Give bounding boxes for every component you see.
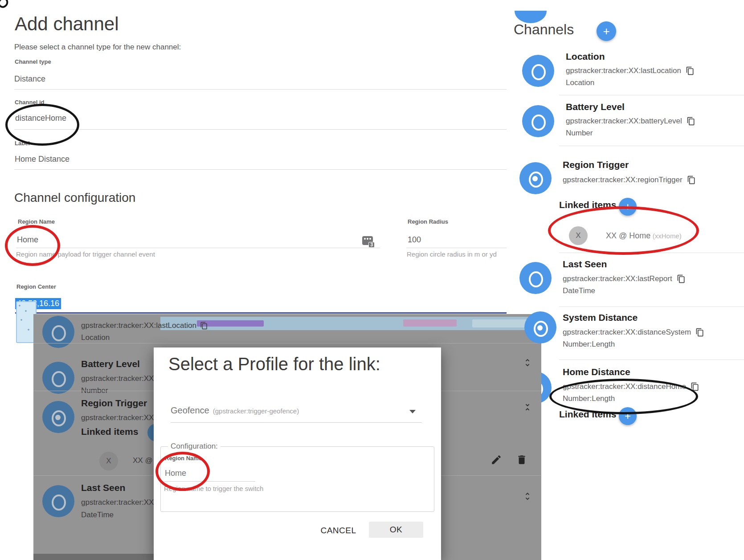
copy-icon[interactable]	[687, 117, 695, 126]
linked-item-avatar: X	[569, 226, 588, 245]
screen: Add channel Please select a channel type…	[0, 0, 744, 560]
keypad-icon[interactable]: 3	[362, 236, 373, 245]
map-label-blob	[403, 319, 457, 327]
channel-type: Location	[566, 78, 594, 87]
channel-id-underline	[14, 129, 507, 130]
delete-icon[interactable]	[516, 454, 527, 466]
dim-linked-items-label: Linked items	[81, 426, 138, 437]
dim-channel-title: Battery Level	[81, 359, 140, 369]
channel-icon	[42, 362, 74, 394]
dim-channel-title: Last Seen	[81, 482, 125, 493]
region-center-label: Region Center	[16, 283, 56, 290]
channel-uid: gpstracker:tracker:XX:lastReport	[563, 274, 686, 283]
add-link-button[interactable]: +	[619, 198, 637, 216]
region-radius-help: Region circle radius in m or yd	[407, 250, 497, 258]
channel-id-input[interactable]: distanceHome	[15, 114, 66, 123]
add-channel-button[interactable]: +	[597, 21, 616, 41]
copy-icon[interactable]	[200, 322, 208, 330]
modal-region-name-help: Region name to trigger the switch	[164, 485, 263, 492]
divider	[33, 343, 541, 343]
dropdown-caret-icon[interactable]	[409, 410, 416, 413]
linked-item[interactable]: XX @ Home (xxHome)	[606, 231, 682, 241]
divider	[559, 360, 744, 360]
channel-type: Number:Length	[563, 394, 615, 403]
region-name-label: Region Name	[18, 218, 55, 225]
region-name-underline	[16, 248, 380, 248]
dim-linked-item-avatar: X	[99, 452, 118, 470]
channel-type-value[interactable]: Distance	[14, 74, 45, 84]
channel-uid: gpstracker:tracker:XX:regionTrigger	[563, 176, 696, 184]
map-label-blob	[472, 319, 530, 327]
channel-uid: gpstracker:tracker:XX:distanceHome	[563, 382, 699, 391]
label-label: Label	[15, 140, 30, 147]
page-title: Add channel	[15, 13, 119, 35]
channel-title: Battery Level	[566, 102, 625, 112]
channels-heading: Channels	[514, 21, 574, 38]
channel-type-label: Channel type	[15, 58, 51, 65]
modal-region-name-input[interactable]: Home	[165, 469, 186, 478]
channel-icon	[524, 311, 556, 343]
config-section-title: Channel configuration	[14, 191, 135, 205]
copy-icon[interactable]	[686, 66, 695, 75]
region-name-input[interactable]: Home	[17, 235, 38, 245]
channel-title: System Distance	[563, 312, 638, 323]
dim-channel-type: DateTime	[81, 511, 114, 519]
modal-region-name-underline	[164, 481, 255, 482]
cancel-button[interactable]: CANCEL	[317, 523, 360, 539]
region-center-focus-underline	[15, 312, 507, 314]
modal-region-name-label: Region Name	[165, 455, 202, 462]
profile-select-underline	[171, 422, 422, 423]
channel-type: DateTime	[563, 286, 595, 295]
channel-type: Number	[566, 129, 593, 138]
keypad-badge: 3	[368, 242, 375, 248]
profile-dialog: Select a Profile for the link: Geofence …	[154, 347, 441, 560]
region-radius-label: Region Radius	[408, 218, 448, 225]
linked-item-suffix: (xxHome)	[653, 232, 682, 240]
region-radius-underline	[406, 248, 507, 248]
copy-icon[interactable]	[687, 176, 696, 184]
channel-title: Home Distance	[563, 367, 630, 377]
channel-icon	[522, 55, 554, 87]
channel-id-label: Channel id	[15, 99, 44, 106]
unfold-more-icon[interactable]	[523, 491, 532, 502]
channel-icon	[42, 485, 74, 517]
label-input[interactable]: Home Distance	[15, 155, 69, 164]
annotation-corner-mark	[0, 0, 10, 10]
channel-uid: gpstracker:tracker:XX:batteryLevel	[566, 117, 695, 126]
dim-channel-type: Location	[81, 333, 110, 342]
channel-uid: gpstracker:tracker:XX:lastLocation	[566, 66, 695, 75]
copy-icon[interactable]	[695, 328, 704, 337]
configuration-legend: Configuration:	[168, 442, 221, 451]
unfold-more-icon[interactable]	[523, 357, 532, 368]
keypad-dots-icon	[364, 238, 371, 240]
channel-type: Number:Length	[563, 340, 615, 349]
copy-icon[interactable]	[677, 274, 686, 283]
profile-select-value: Geofence	[171, 405, 209, 416]
ok-button[interactable]: OK	[369, 522, 423, 538]
channel-uid: gpstracker:tracker:XX:distanceSystem	[563, 328, 704, 337]
divider	[559, 253, 744, 253]
profile-select[interactable]: Geofence (gpstracker:trigger-geofence)	[171, 405, 299, 416]
profile-select-uid: (gpstracker:trigger-geofence)	[213, 407, 299, 415]
divider	[559, 95, 744, 95]
channel-icon	[522, 105, 554, 137]
divider	[559, 307, 744, 307]
linked-items-label: Linked items	[559, 409, 616, 420]
label-underline	[14, 169, 507, 170]
add-link-button[interactable]: +	[619, 407, 637, 425]
channel-type-underline	[14, 89, 507, 90]
linked-items-label: Linked items	[559, 200, 616, 210]
channel-icon	[519, 262, 552, 294]
unfold-less-icon[interactable]	[523, 401, 532, 413]
dim-channel-title: Region Trigger	[81, 398, 147, 409]
channel-icon	[519, 162, 552, 194]
map-strip	[160, 317, 541, 330]
divider	[559, 146, 744, 146]
edit-icon[interactable]	[491, 454, 502, 466]
copy-icon[interactable]	[691, 382, 699, 391]
annotation-red-ellipse-region-name	[5, 225, 60, 266]
channel-icon	[42, 401, 74, 433]
region-radius-input[interactable]: 100	[408, 235, 421, 245]
channel-title: Location	[566, 51, 605, 62]
form-subtitle: Please select a channel type for the new…	[14, 43, 181, 52]
